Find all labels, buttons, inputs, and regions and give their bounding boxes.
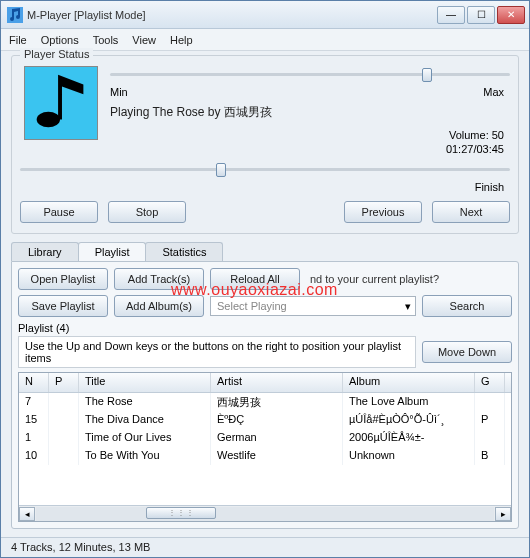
- finish-label: Finish: [20, 181, 510, 193]
- app-window: M-Player [Playlist Mode] — ☐ ✕ File Opti…: [0, 0, 530, 558]
- open-playlist-button[interactable]: Open Playlist: [18, 268, 108, 290]
- col-artist[interactable]: Artist: [211, 373, 343, 392]
- previous-button[interactable]: Previous: [344, 201, 422, 223]
- menu-options[interactable]: Options: [41, 34, 79, 46]
- col-album[interactable]: Album: [343, 373, 475, 392]
- stop-button[interactable]: Stop: [108, 201, 186, 223]
- svg-point-2: [37, 112, 60, 128]
- table-row[interactable]: 1Time of Our LivesGerman2006µÚÎÈÅ¾±-: [19, 429, 511, 447]
- move-down-button[interactable]: Move Down: [422, 341, 512, 363]
- maximize-button[interactable]: ☐: [467, 6, 495, 24]
- pause-button[interactable]: Pause: [20, 201, 98, 223]
- time-text: 01:27/03:45: [110, 143, 510, 155]
- min-label: Min: [110, 86, 128, 98]
- seek-slider[interactable]: [20, 161, 510, 179]
- volume-text: Volume: 50: [110, 129, 510, 141]
- tab-library[interactable]: Library: [11, 242, 79, 261]
- playlist-grid: N P Title Artist Album G 7The Rose西城男孩Th…: [18, 372, 512, 522]
- close-button[interactable]: ✕: [497, 6, 525, 24]
- search-button[interactable]: Search: [422, 295, 512, 317]
- menu-help[interactable]: Help: [170, 34, 193, 46]
- now-playing-text: Playing The Rose by 西城男孩: [110, 104, 510, 121]
- table-row[interactable]: 15The Diva DanceÈºÐÇµÚÎå#ÈµÒÔ°Õ-Ûì´¸P: [19, 411, 511, 429]
- menu-file[interactable]: File: [9, 34, 27, 46]
- titlebar: M-Player [Playlist Mode] — ☐ ✕: [1, 1, 529, 29]
- menu-view[interactable]: View: [132, 34, 156, 46]
- playlist-count: Playlist (4): [18, 322, 512, 334]
- add-tracks-button[interactable]: Add Track(s): [114, 268, 204, 290]
- menu-tools[interactable]: Tools: [93, 34, 119, 46]
- volume-slider[interactable]: [110, 66, 510, 84]
- max-label: Max: [483, 86, 504, 98]
- playlist-panel: Open Playlist Add Track(s) Reload All nd…: [11, 261, 519, 529]
- save-playlist-button[interactable]: Save Playlist: [18, 295, 108, 317]
- playlist-note: nd to your current playlist?: [310, 273, 439, 285]
- tab-statistics[interactable]: Statistics: [145, 242, 223, 261]
- add-albums-button[interactable]: Add Album(s): [114, 295, 204, 317]
- minimize-button[interactable]: —: [437, 6, 465, 24]
- playing-select-value: Select Playing: [217, 300, 287, 312]
- table-row[interactable]: 7The Rose西城男孩The Love Album: [19, 393, 511, 411]
- playing-select[interactable]: Select Playing ▾: [210, 296, 416, 316]
- tabs: Library Playlist Statistics: [11, 242, 519, 261]
- next-button[interactable]: Next: [432, 201, 510, 223]
- col-title[interactable]: Title: [79, 373, 211, 392]
- player-status-legend: Player Status: [20, 48, 93, 60]
- tab-playlist[interactable]: Playlist: [78, 242, 147, 261]
- chevron-down-icon: ▾: [405, 300, 411, 313]
- reload-all-button[interactable]: Reload All: [210, 268, 300, 290]
- player-status-group: Player Status Min Max Playing The R: [11, 55, 519, 234]
- horizontal-scrollbar[interactable]: ◂ ⋮⋮⋮ ▸: [19, 505, 511, 521]
- col-n[interactable]: N: [19, 373, 49, 392]
- window-title: M-Player [Playlist Mode]: [27, 9, 437, 21]
- playlist-hint: Use the Up and Down keys or the buttons …: [18, 336, 416, 368]
- statusbar: 4 Tracks, 12 Minutes, 13 MB: [1, 537, 529, 557]
- grid-header: N P Title Artist Album G: [19, 373, 511, 393]
- window-controls: — ☐ ✕: [437, 6, 529, 24]
- app-icon: [7, 7, 23, 23]
- grid-body: 7The Rose西城男孩The Love Album15The Diva Da…: [19, 393, 511, 465]
- scroll-left-arrow[interactable]: ◂: [19, 507, 35, 521]
- scroll-thumb[interactable]: ⋮⋮⋮: [146, 507, 216, 519]
- scroll-right-arrow[interactable]: ▸: [495, 507, 511, 521]
- col-g[interactable]: G: [475, 373, 505, 392]
- col-p[interactable]: P: [49, 373, 79, 392]
- album-art: [24, 66, 98, 140]
- table-row[interactable]: 10To Be With YouWestlifeUnknownB: [19, 447, 511, 465]
